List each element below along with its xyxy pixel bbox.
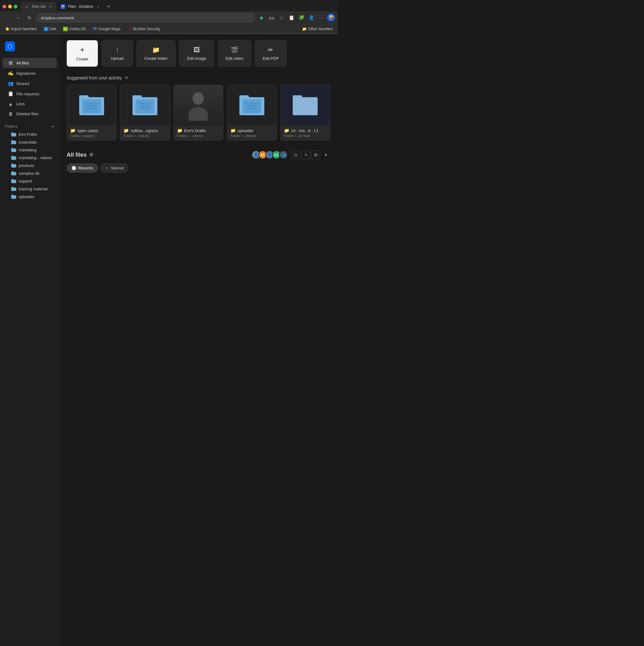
folders-section: Folders ▼ › Emi Polito › essentials › ma… [0, 122, 59, 201]
all-files-label: All files [67, 152, 87, 158]
folder-empty-preview [293, 95, 317, 115]
avatar-5: 👥 [279, 150, 288, 159]
tab-recents[interactable]: 🕐 Recents [67, 164, 98, 173]
create-folder-button[interactable]: 📁 Create folder [136, 40, 176, 67]
sidebar-item-signatures[interactable]: ✍ Signatures [2, 68, 57, 78]
folder-item-marketing-videos[interactable]: › marketing - videos [0, 154, 59, 162]
title-bar: 🗋 New tab × 📦 Files - Dropbox × + [0, 0, 338, 11]
dell-label: Dell [50, 27, 57, 31]
mcafee-icon: 🛡 [127, 26, 132, 31]
create-button[interactable]: + Create [67, 40, 98, 67]
folder-label-marketing: marketing [19, 148, 36, 152]
folder-label-samples-db: samples db [19, 171, 39, 176]
sidebar-item-all-files[interactable]: ⊞ All files [2, 58, 57, 68]
folder-preview-icon [79, 95, 104, 115]
bookmark-nvidia[interactable]: N nVidia UK [61, 26, 88, 32]
suggested-item-name: 📁 softwa...ogress [123, 128, 166, 133]
new-tab-button[interactable]: + [104, 2, 113, 11]
all-files-title: All files ⚙ [67, 152, 93, 158]
new-tab-page-icon: 🗋 [24, 4, 29, 9]
suggested-item-uploader[interactable]: 📁 uploader Folder •...oftware [227, 85, 276, 140]
suggested-item-emis-drafts[interactable]: 📁 Emi's Drafts Folder •... videos [174, 85, 223, 140]
sidebar-item-shared[interactable]: 👥 Shared [2, 79, 57, 89]
list-view-button[interactable]: ≡ [301, 150, 310, 159]
suggested-item-softwa-ogress[interactable]: 📁 softwa...ogress Folder •...roducts [120, 85, 170, 140]
extensions-icon[interactable]: 🧩 [297, 13, 306, 22]
folder-item-emi-polito[interactable]: › Emi Polito [0, 130, 59, 138]
bookmark-icon[interactable]: ☆ [277, 13, 286, 22]
edit-pdf-button[interactable]: ✏ Edit PDF [255, 40, 287, 67]
dropbox-icon: ⬡ [5, 41, 15, 51]
settings-icon[interactable]: ⚙ [89, 152, 93, 157]
extension-icon-1[interactable]: ◆ [257, 13, 266, 22]
folder-item-training-material[interactable]: › training material [0, 185, 59, 193]
folder-small-icon: 📁 [70, 128, 75, 133]
create-folder-label: Create folder [144, 56, 168, 61]
suggested-item-name: 📁 uploader [231, 128, 273, 133]
folder-icon [11, 156, 16, 160]
starred-star-icon: ☆ [105, 166, 109, 171]
starred-label: Starred [111, 166, 124, 171]
sidebar-item-deleted-files[interactable]: 🗑 Deleted files [2, 109, 57, 119]
folder-item-samples-db[interactable]: › samples db [0, 170, 59, 177]
view-options-button[interactable]: ▾ [321, 150, 330, 159]
back-button[interactable]: ← [2, 13, 11, 22]
14-med-preview [281, 85, 330, 125]
grid-view-button[interactable]: ⊡ [291, 150, 300, 159]
create-folder-icon: 📁 [152, 46, 160, 53]
bookmark-mcafee[interactable]: 🛡 McAfee Security [125, 26, 163, 32]
bookmark-dell[interactable]: D Dell [41, 26, 59, 32]
upload-button[interactable]: ↑ Upload [102, 40, 133, 67]
suggested-item-meta: Folder •... videos [177, 134, 220, 138]
forward-button[interactable]: → [14, 13, 22, 22]
recents-label: Recents [78, 166, 93, 171]
close-new-tab-button[interactable]: × [48, 4, 53, 9]
browser-chrome: 🗋 New tab × 📦 Files - Dropbox × + ← → ↻ … [0, 0, 338, 34]
folder-item-marketing[interactable]: › marketing [0, 146, 59, 154]
folders-chevron-icon: ▼ [51, 125, 54, 128]
menu-icon[interactable]: ⋯ [317, 13, 326, 22]
reading-list-icon[interactable]: 📋 [287, 13, 296, 22]
softwa-ogress-preview [120, 85, 169, 125]
svg-point-0 [193, 92, 204, 105]
other-favorites[interactable]: 📁 Other favorites [299, 26, 335, 32]
folder-item-uploader[interactable]: › uploader [0, 193, 59, 201]
suggested-item-14-med-l1[interactable]: 📁 14 - me...d - L1 Folder •...02 final [281, 85, 330, 140]
bookmark-googlemaps[interactable]: 🗺 Google Maps [90, 26, 123, 32]
sidebar-item-less[interactable]: ▲ Less [2, 99, 57, 109]
folder-item-support[interactable]: › support [0, 177, 59, 185]
eye-icon: 👁 [124, 75, 129, 80]
tab-starred[interactable]: ☆ Starred [100, 164, 129, 173]
close-dropbox-tab-button[interactable]: × [96, 4, 101, 9]
edit-video-button[interactable]: 🎬 Edit video [218, 40, 251, 67]
maximize-window-button[interactable] [14, 5, 17, 8]
edit-image-button[interactable]: 🖼 Edit image [179, 40, 214, 67]
close-window-button[interactable] [2, 5, 6, 8]
sidebar-item-all-files-label: All files [16, 61, 29, 66]
column-view-button[interactable]: ⊞ [311, 150, 320, 159]
tab-dropbox[interactable]: 📦 Files - Dropbox × [57, 2, 104, 11]
suggested-item-meta: Folder •...roducts [123, 134, 166, 138]
nvidia-icon: N [63, 27, 68, 31]
folder-item-products[interactable]: › products [0, 162, 59, 170]
shared-icon: 👥 [7, 81, 14, 86]
folder-label-support: support [19, 179, 32, 184]
reader-mode-icon[interactable]: Aa [267, 13, 276, 22]
sidebar-item-file-requests[interactable]: 📋 File requests [2, 89, 57, 99]
tab-new-tab[interactable]: 🗋 New tab × [20, 2, 57, 11]
folder-label-emi-polito: Emi Polito [19, 132, 37, 137]
folder-label-uploader: uploader [19, 194, 34, 199]
folder-item-essentials[interactable]: › essentials [0, 138, 59, 146]
minimize-window-button[interactable] [8, 5, 12, 8]
suggested-info: 📁 Emi's Drafts Folder •... videos [174, 125, 223, 140]
folder-preview-icon [240, 95, 264, 115]
reload-button[interactable]: ↻ [25, 13, 34, 22]
address-input[interactable] [36, 13, 255, 22]
folders-section-header[interactable]: Folders ▼ [0, 122, 59, 130]
bookmark-import-favorites[interactable]: ⭐ Import favorites [2, 26, 39, 32]
recents-clock-icon: 🕐 [71, 166, 76, 171]
profile-icon[interactable]: 👤 [307, 13, 316, 22]
suggested-item-open-cases[interactable]: 📁 open cases Folder • support [67, 85, 116, 140]
dropbox-extension-icon[interactable]: 📦 [327, 13, 335, 21]
create-label: Create [76, 57, 88, 62]
